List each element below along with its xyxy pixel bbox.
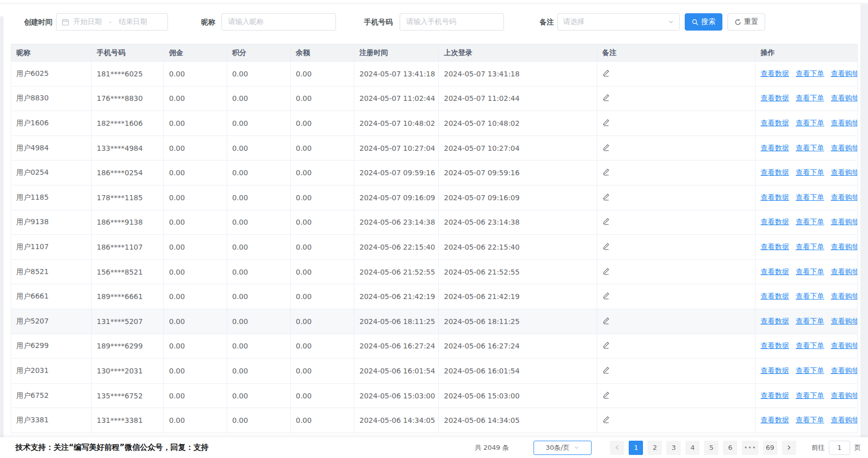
action-link[interactable]: 查看购物车 (831, 317, 858, 325)
action-link[interactable]: 查看数据 (761, 94, 789, 102)
cell-phone: 178****1185 (92, 185, 164, 210)
edit-remark-icon[interactable] (602, 218, 610, 227)
page-button[interactable]: 4 (685, 441, 699, 455)
edit-remark-icon[interactable] (602, 243, 610, 252)
page-button[interactable]: 1 (629, 441, 643, 455)
action-link[interactable]: 查看下单 (796, 218, 824, 226)
action-link[interactable]: 查看数据 (761, 317, 789, 325)
action-link[interactable]: 查看购物车 (831, 144, 858, 152)
table-row: 用户4984133****49840.000.000.002024-05-07 … (11, 136, 858, 160)
action-link[interactable]: 查看数据 (761, 218, 789, 226)
date-range-picker[interactable]: 开始日期 - 结束日期 (56, 13, 168, 31)
action-link[interactable]: 查看下单 (796, 168, 824, 176)
edit-remark-icon[interactable] (602, 69, 610, 78)
action-link[interactable]: 查看购物车 (831, 267, 858, 276)
action-link[interactable]: 查看购物车 (831, 168, 858, 176)
edit-remark-icon[interactable] (602, 144, 610, 153)
edit-remark-icon[interactable] (602, 168, 610, 177)
action-link[interactable]: 查看下单 (796, 391, 824, 399)
action-link[interactable]: 查看数据 (761, 193, 789, 201)
cell-phone: 186****9138 (92, 210, 164, 235)
action-link[interactable]: 查看下单 (796, 144, 824, 152)
action-link[interactable]: 查看下单 (796, 366, 824, 374)
cell-nickname: 用户1107 (11, 235, 92, 260)
action-link[interactable]: 查看购物车 (831, 416, 858, 424)
cell-nickname: 用户4984 (11, 136, 92, 160)
edit-remark-icon[interactable] (602, 416, 610, 425)
reset-button[interactable]: 重置 (727, 13, 765, 31)
goto-suffix: 页 (854, 443, 861, 452)
action-link[interactable]: 查看数据 (761, 243, 789, 251)
action-link[interactable]: 查看下单 (796, 292, 824, 300)
action-link[interactable]: 查看下单 (796, 94, 824, 102)
edit-remark-icon[interactable] (602, 366, 610, 375)
action-link[interactable]: 查看数据 (761, 69, 789, 77)
next-page-button[interactable] (782, 441, 796, 455)
action-link[interactable]: 查看数据 (761, 267, 789, 276)
action-link[interactable]: 查看下单 (796, 119, 824, 127)
action-link[interactable]: 查看购物车 (831, 94, 858, 102)
edit-remark-icon[interactable] (602, 391, 610, 400)
cell-phone: 133****4984 (92, 136, 164, 160)
action-link[interactable]: 查看数据 (761, 168, 789, 176)
cell-last-login: 2024-05-06 15:03:00 (439, 383, 597, 408)
phone-input[interactable]: 请输入手机号码 (400, 13, 504, 31)
action-link[interactable]: 查看购物车 (831, 69, 858, 77)
action-link[interactable]: 查看下单 (796, 317, 824, 325)
action-link[interactable]: 查看数据 (761, 391, 789, 399)
page-button[interactable]: 2 (648, 441, 662, 455)
edit-remark-icon[interactable] (602, 94, 610, 103)
action-link[interactable]: 查看数据 (761, 144, 789, 152)
users-table: 昵称 手机号码 佣金 积分 余额 注册时间 上次登录 备注 操作 用户60251… (11, 44, 857, 433)
edit-remark-icon[interactable] (602, 317, 610, 326)
last-page-button[interactable]: 69 (763, 441, 777, 455)
table-row: 用户9138186****91380.000.000.002024-05-06 … (11, 210, 858, 235)
cell-points: 0.00 (227, 259, 291, 284)
action-link[interactable]: 查看数据 (761, 341, 789, 349)
action-link[interactable]: 查看下单 (796, 69, 824, 77)
edit-remark-icon[interactable] (602, 292, 610, 301)
action-link[interactable]: 查看购物车 (831, 193, 858, 201)
goto-page-input[interactable] (829, 441, 850, 455)
action-link[interactable]: 查看下单 (796, 243, 824, 251)
action-link[interactable]: 查看下单 (796, 193, 824, 201)
table-row: 用户8830176****88300.000.000.002024-05-07 … (11, 86, 858, 111)
nickname-input[interactable]: 请输入昵称 (221, 13, 336, 31)
search-button[interactable]: 搜索 (685, 13, 722, 31)
action-link[interactable]: 查看数据 (761, 416, 789, 424)
search-button-label: 搜索 (702, 17, 716, 26)
action-link[interactable]: 查看下单 (796, 267, 824, 276)
action-link[interactable]: 查看购物车 (831, 292, 858, 300)
edit-remark-icon[interactable] (602, 119, 610, 128)
cell-commission: 0.00 (164, 160, 227, 185)
action-link[interactable]: 查看购物车 (831, 119, 858, 127)
page-button[interactable]: 3 (666, 441, 681, 455)
cell-nickname: 用户3381 (11, 408, 92, 433)
action-link[interactable]: 查看下单 (796, 416, 824, 424)
action-link[interactable]: 查看购物车 (831, 243, 858, 251)
action-link[interactable]: 查看数据 (761, 119, 789, 127)
cell-nickname: 用户0254 (11, 160, 92, 185)
table-row: 用户0254186****02540.000.000.002024-05-07 … (11, 160, 858, 185)
action-link[interactable]: 查看购物车 (831, 366, 858, 374)
edit-remark-icon[interactable] (602, 341, 610, 351)
cell-remark (597, 185, 755, 210)
vertical-scrollbar[interactable] (860, 4, 868, 437)
edit-remark-icon[interactable] (602, 193, 610, 202)
page-button[interactable]: 5 (704, 441, 718, 455)
page-size-select[interactable]: 30条/页 (534, 441, 592, 455)
page-button[interactable]: 6 (723, 441, 737, 455)
action-link[interactable]: 查看购物车 (831, 218, 858, 226)
edit-remark-icon[interactable] (602, 267, 610, 277)
action-link[interactable]: 查看下单 (796, 341, 824, 349)
prev-page-button[interactable] (610, 441, 624, 455)
cell-balance: 0.00 (291, 359, 354, 384)
cell-remark (597, 359, 755, 384)
table-row: 用户2031130****20310.000.000.002024-05-06 … (11, 359, 858, 384)
more-pages-button[interactable]: ••• (742, 441, 758, 455)
action-link[interactable]: 查看购物车 (831, 391, 858, 399)
remark-select[interactable]: 请选择 (557, 13, 680, 31)
action-link[interactable]: 查看数据 (761, 292, 789, 300)
action-link[interactable]: 查看购物车 (831, 341, 858, 349)
action-link[interactable]: 查看数据 (761, 366, 789, 374)
